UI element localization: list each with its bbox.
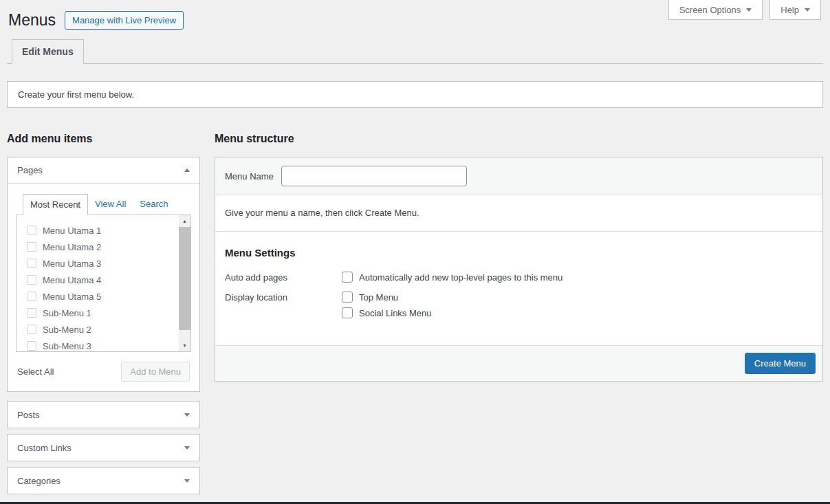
menu-structure-column: Menu structure Menu Name Give your menu … [215,133,823,494]
pages-panel: Pages Most Recent View All Search Menu U… [7,157,200,392]
instruction-text: Give your menu a name, then click Create… [215,195,822,232]
page-item-checkbox[interactable] [27,292,36,301]
create-menu-button[interactable]: Create Menu [745,353,816,374]
page-item-label[interactable]: Menu Utama 2 [43,242,101,252]
social-links-menu-option[interactable]: Social Links Menu [342,307,432,318]
auto-add-pages-label: Auto add pages [225,272,342,283]
scrollbar[interactable]: ▲ ▼ [179,215,190,351]
list-item: Sub-Menu 3 [27,338,175,352]
list-item: Sub-Menu 2 [27,321,175,338]
screen-options-button[interactable]: Screen Options [668,0,763,20]
menu-settings-section: Menu Settings Auto add pages Automatical… [215,232,822,345]
auto-add-option[interactable]: Automatically add new top-level pages to… [342,272,563,283]
chevron-down-icon [746,8,752,12]
pages-panel-header[interactable]: Pages [8,157,199,184]
page-item-label[interactable]: Menu Utama 3 [43,259,101,269]
menu-name-label: Menu Name [225,171,281,182]
custom-links-panel-title: Custom Links [17,443,72,453]
tab-most-recent[interactable]: Most Recent [23,194,88,215]
page-item-checkbox[interactable] [27,242,36,252]
social-links-menu-checkbox[interactable] [342,307,353,318]
screen-options-label: Screen Options [679,5,741,15]
list-item: Menu Utama 3 [27,255,175,272]
menu-settings-heading: Menu Settings [225,247,813,259]
page-item-checkbox[interactable] [27,325,36,334]
add-to-menu-button[interactable]: Add to Menu [121,362,190,382]
scroll-down-icon[interactable]: ▼ [179,340,190,351]
tab-view-all[interactable]: View All [88,194,133,215]
panel-footer: Create Menu [215,345,822,381]
list-item: Menu Utama 1 [27,222,175,239]
posts-panel: Posts [7,401,200,428]
categories-panel-title: Categories [17,476,61,486]
help-button[interactable]: Help [769,0,821,20]
chevron-down-icon [805,8,810,12]
chevron-down-icon [184,413,190,417]
pages-panel-body: Most Recent View All Search Menu Utama 1… [8,184,199,391]
page-title: Menus [8,10,56,30]
scroll-up-icon[interactable]: ▲ [179,215,190,227]
menu-structure-panel: Menu Name Give your menu a name, then cl… [215,157,823,382]
custom-links-panel: Custom Links [7,434,200,461]
menu-name-input[interactable] [281,166,467,186]
screen-meta-links: Screen Options Help [668,0,821,20]
display-location-label: Display location [225,292,342,303]
page-item-label[interactable]: Menu Utama 4 [43,275,101,285]
chevron-down-icon [184,479,190,483]
display-location-options: Top Menu Social Links Menu [342,292,432,318]
notice-text: Create your first menu below. [18,89,134,100]
page-item-label[interactable]: Menu Utama 1 [43,226,101,236]
auto-add-options: Automatically add new top-level pages to… [342,272,563,283]
add-menu-items-heading: Add menu items [7,133,200,145]
auto-add-checkbox[interactable] [342,272,353,283]
content-columns: Add menu items Pages Most Recent View Al… [7,133,823,494]
scroll-track[interactable] [179,330,190,340]
page-item-label[interactable]: Sub-Menu 3 [43,341,91,351]
categories-panel: Categories [7,467,200,494]
manage-live-preview-button[interactable]: Manage with Live Preview [65,11,184,30]
posts-panel-title: Posts [17,410,40,420]
top-menu-label: Top Menu [359,292,398,303]
pages-panel-title: Pages [17,165,43,175]
categories-panel-header[interactable]: Categories [8,468,199,494]
display-location-row: Display location Top Menu Social Links M… [225,292,813,318]
menus-admin-page: Menus Manage with Live Preview Edit Menu… [0,0,830,494]
list-item: Menu Utama 4 [27,272,175,288]
select-all-link[interactable]: Select All [17,366,54,377]
top-menu-checkbox[interactable] [342,292,353,303]
custom-links-panel-header[interactable]: Custom Links [8,435,199,461]
social-links-menu-label: Social Links Menu [359,308,432,318]
page-item-checkbox[interactable] [27,259,36,268]
pages-filter-tabs: Most Recent View All Search [16,194,191,215]
page-item-checkbox[interactable] [27,226,36,235]
list-item: Menu Utama 2 [27,239,175,255]
page-item-label[interactable]: Sub-Menu 2 [43,325,91,335]
list-controls: Select All Add to Menu [16,352,191,391]
page-item-checkbox[interactable] [27,341,36,351]
list-item: Sub-Menu 1 [27,305,175,321]
page-item-checkbox[interactable] [27,308,36,318]
page-item-label[interactable]: Menu Utama 5 [43,292,101,302]
page-item-checkbox[interactable] [27,275,36,285]
menu-name-row: Menu Name [215,157,822,195]
notice: Create your first menu below. [7,81,823,108]
auto-add-checkbox-label: Automatically add new top-level pages to… [359,272,563,283]
tab-search[interactable]: Search [133,194,175,215]
scroll-thumb[interactable] [179,227,190,330]
chevron-up-icon[interactable] [184,168,190,172]
list-item: Menu Utama 5 [27,288,175,305]
help-label: Help [780,5,799,15]
posts-panel-header[interactable]: Posts [8,402,199,428]
tab-edit-menus[interactable]: Edit Menus [12,39,84,64]
add-menu-items-column: Add menu items Pages Most Recent View Al… [7,133,200,494]
top-menu-option[interactable]: Top Menu [342,292,432,303]
page-item-label[interactable]: Sub-Menu 1 [43,308,91,318]
chevron-down-icon [184,446,190,450]
auto-add-pages-row: Auto add pages Automatically add new top… [225,272,813,283]
menu-structure-heading: Menu structure [215,133,823,145]
nav-tab-bar: Edit Menus [7,39,823,64]
pages-checklist: Menu Utama 1 Menu Utama 2 Menu Utama 3 [16,215,191,352]
